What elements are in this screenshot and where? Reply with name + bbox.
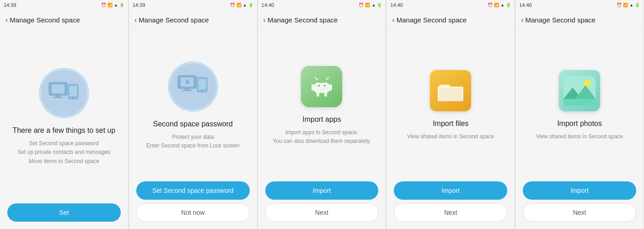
android-svg: [309, 74, 334, 99]
lock-device-svg: [177, 74, 209, 99]
photos-svg: [564, 76, 596, 106]
svg-rect-25: [324, 92, 327, 97]
svg-rect-3: [53, 97, 64, 98]
svg-rect-30: [564, 99, 596, 106]
screen-import-files: 14:40 ⏰ 📶 ▲ 🔋 ‹ Manage Second space Impo: [386, 0, 515, 229]
alarm-icon-5: ⏰: [617, 3, 622, 7]
battery-icon-2: 🔋: [248, 3, 253, 7]
back-button-3[interactable]: ‹ Manage Second space: [263, 16, 338, 24]
signal-icon: 📶: [107, 3, 113, 7]
top-bar-2: ‹ Manage Second space: [129, 10, 257, 30]
main-title-3: Import apps: [302, 115, 341, 124]
import-apps-button[interactable]: Import: [265, 181, 379, 200]
svg-point-6: [72, 97, 74, 98]
status-icons-4: ⏰ 📶 ▲ 🔋: [488, 3, 511, 7]
files-folder-icon: [430, 70, 471, 111]
alarm-icon: ⏰: [101, 3, 106, 7]
sub-text-1: Set Second space password Set up private…: [17, 139, 110, 166]
sub-text-4: View shared items in Second space: [407, 132, 494, 141]
main-title-4: Import files: [433, 120, 468, 128]
back-button-2[interactable]: ‹ Manage Second space: [134, 16, 209, 24]
lock-circle-icon: [168, 61, 218, 112]
import-files-button[interactable]: Import: [394, 181, 507, 200]
content-5: Import photos View shared items in Secon…: [515, 30, 644, 177]
page-title-5: Manage Second space: [526, 16, 596, 24]
folder-svg: [437, 78, 464, 104]
wifi-icon-5: ▲: [629, 3, 633, 7]
top-bar-3: ‹ Manage Second space: [258, 10, 386, 30]
wifi-icon-2: ▲: [243, 3, 247, 7]
svg-point-14: [201, 90, 203, 92]
bottom-area-5: Import Next: [515, 177, 644, 229]
content-4: Import files View shared items in Second…: [386, 30, 515, 177]
svg-rect-1: [52, 84, 64, 93]
back-button-1[interactable]: ‹ Manage Second space: [5, 16, 80, 24]
top-bar-5: ‹ Manage Second space: [515, 10, 644, 30]
battery-icon-4: 🔋: [506, 3, 511, 7]
status-bar-4: 14:40 ⏰ 📶 ▲ 🔋: [386, 0, 515, 10]
icon-area-2: [168, 61, 218, 112]
icon-area-5: [559, 70, 600, 111]
icon-area-3: [301, 66, 342, 107]
icon-area-4: [430, 70, 471, 111]
svg-rect-23: [329, 84, 332, 91]
alarm-icon-4: ⏰: [488, 3, 493, 7]
wifi-icon: ▲: [114, 3, 118, 7]
screen-setup: 14:39 ⏰ 📶 ▲ 🔋 ‹ Manage Second space: [0, 0, 129, 229]
battery-icon-3: 🔋: [377, 3, 382, 7]
page-title-2: Manage Second space: [139, 16, 209, 24]
signal-icon-2: 📶: [236, 3, 242, 7]
svg-point-21: [324, 85, 326, 87]
content-3: Import apps Import apps to Second space.…: [258, 30, 386, 177]
status-icons-1: ⏰ 📶 ▲ 🔋: [101, 3, 124, 7]
back-button-4[interactable]: ‹ Manage Second space: [392, 16, 467, 24]
time-5: 14:40: [519, 2, 532, 8]
alarm-icon-3: ⏰: [359, 3, 364, 7]
next-button-5[interactable]: Next: [523, 203, 636, 222]
svg-rect-9: [186, 81, 189, 84]
next-button-4[interactable]: Next: [394, 203, 507, 222]
svg-point-20: [318, 85, 320, 87]
back-chevron-icon-4: ‹: [392, 16, 394, 24]
sub-text-2: Protect your data Enter Second space fro…: [146, 133, 239, 150]
status-icons-5: ⏰ 📶 ▲ 🔋: [617, 3, 640, 7]
back-chevron-icon-2: ‹: [134, 16, 137, 24]
back-chevron-icon-5: ‹: [521, 16, 523, 24]
signal-icon-4: 📶: [494, 3, 499, 7]
screen-password: 14:39 ⏰ 📶 ▲ 🔋 ‹ Manage Second space: [129, 0, 258, 229]
content-1: There are a few things to set up Set Sec…: [0, 30, 128, 199]
status-bar-2: 14:39 ⏰ 📶 ▲ 🔋: [129, 0, 257, 10]
top-bar-4: ‹ Manage Second space: [386, 10, 515, 30]
svg-rect-24: [317, 92, 319, 97]
wifi-icon-4: ▲: [500, 3, 504, 7]
page-title-1: Manage Second space: [10, 16, 80, 24]
set-button[interactable]: Set: [7, 203, 121, 222]
svg-rect-11: [182, 90, 193, 91]
set-password-button[interactable]: Set Second space password: [136, 181, 250, 200]
svg-rect-17: [314, 83, 330, 93]
page-title-4: Manage Second space: [397, 16, 467, 24]
svg-rect-22: [311, 84, 314, 91]
status-icons-3: ⏰ 📶 ▲ 🔋: [359, 3, 382, 7]
time-1: 14:39: [4, 2, 16, 8]
svg-rect-2: [55, 95, 61, 97]
battery-icon: 🔋: [119, 3, 124, 7]
time-4: 14:40: [390, 2, 403, 8]
next-button-3[interactable]: Next: [265, 203, 379, 222]
icon-area-1: [39, 68, 89, 118]
back-button-5[interactable]: ‹ Manage Second space: [521, 16, 596, 24]
time-3: 14:40: [262, 2, 274, 8]
back-chevron-icon-1: ‹: [5, 16, 8, 24]
not-now-button[interactable]: Not now: [136, 203, 250, 222]
time-2: 14:39: [133, 2, 145, 8]
main-title-1: There are a few things to set up: [12, 126, 115, 135]
battery-icon-5: 🔋: [635, 3, 640, 7]
bottom-area-1: Set: [0, 199, 128, 229]
import-photos-button[interactable]: Import: [523, 181, 636, 200]
main-title-5: Import photos: [557, 120, 602, 128]
bottom-area-2: Set Second space password Not now: [129, 177, 257, 229]
svg-rect-10: [184, 88, 190, 90]
svg-rect-13: [199, 79, 206, 89]
wifi-icon-3: ▲: [371, 3, 376, 7]
svg-line-18: [315, 77, 317, 80]
